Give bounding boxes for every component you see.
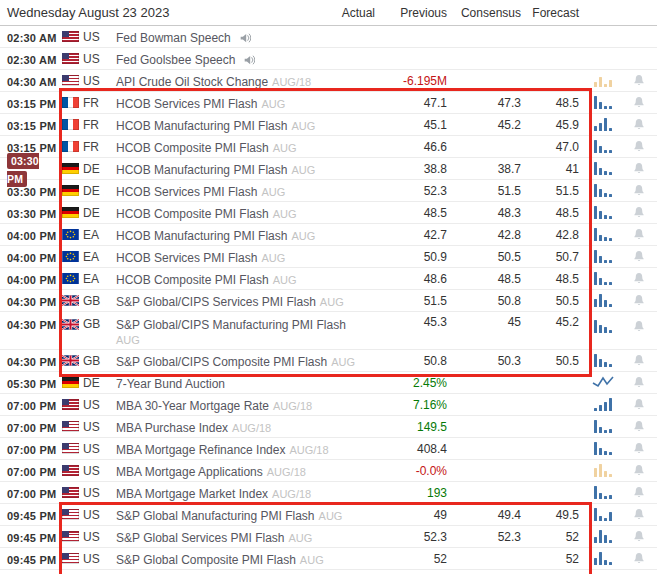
country-cell[interactable]: US: [62, 508, 116, 522]
event-link[interactable]: HCOB Composite PMI FlashAUG: [116, 207, 297, 221]
mini-chart-icon[interactable]: [585, 224, 621, 245]
previous-value[interactable]: 38.8: [381, 162, 453, 176]
mini-chart-icon[interactable]: [585, 548, 621, 569]
bell-icon[interactable]: [621, 74, 657, 87]
event-link[interactable]: MBA Mortgage ApplicationsAUG/18: [116, 465, 306, 479]
bell-icon[interactable]: [621, 508, 657, 521]
event-link[interactable]: 7-Year Bund Auction: [116, 377, 229, 391]
mini-chart-icon[interactable]: [585, 70, 621, 91]
mini-chart-icon[interactable]: [585, 416, 621, 437]
previous-value[interactable]: 51.5: [381, 294, 453, 308]
event-link[interactable]: HCOB Services PMI FlashAUG: [116, 97, 285, 111]
bell-icon[interactable]: [621, 162, 657, 175]
bell-icon[interactable]: [621, 206, 657, 219]
bell-icon[interactable]: [621, 464, 657, 477]
previous-value[interactable]: 50.9: [381, 250, 453, 264]
event-link[interactable]: HCOB Manufacturing PMI FlashAUG: [116, 119, 315, 133]
event-link[interactable]: Fed Bowman Speech: [116, 31, 251, 45]
previous-value[interactable]: -6.195M: [381, 74, 453, 88]
previous-value[interactable]: 49: [381, 508, 453, 522]
previous-value[interactable]: 193: [381, 486, 453, 500]
event-link[interactable]: MBA Mortgage Refinance IndexAUG/18: [116, 443, 329, 457]
country-cell[interactable]: US: [62, 442, 116, 456]
country-cell[interactable]: GB: [62, 354, 116, 368]
previous-value[interactable]: 2.45%: [381, 376, 453, 390]
event-link[interactable]: S&P Global/CIPS Composite PMI FlashAUG: [116, 355, 355, 369]
mini-chart-icon[interactable]: [585, 315, 621, 349]
event-link[interactable]: S&P Global Services PMI FlashAUG: [116, 531, 312, 545]
country-cell[interactable]: US: [62, 530, 116, 544]
bell-icon[interactable]: [621, 398, 657, 411]
bell-icon[interactable]: [621, 184, 657, 197]
bell-icon[interactable]: [621, 486, 657, 499]
event-link[interactable]: HCOB Composite PMI FlashAUG: [116, 273, 297, 287]
event-link[interactable]: API Crude Oil Stock ChangeAUG/18: [116, 75, 311, 89]
event-link[interactable]: S&P Global/CIPS Manufacturing PMI FlashA…: [116, 318, 346, 348]
mini-chart-icon[interactable]: [585, 268, 621, 289]
previous-value[interactable]: 52: [381, 552, 453, 566]
mini-chart-icon[interactable]: [585, 180, 621, 201]
event-link[interactable]: HCOB Composite PMI FlashAUG: [116, 141, 297, 155]
country-cell[interactable]: US: [62, 52, 116, 66]
mini-chart-icon[interactable]: [585, 350, 621, 371]
mini-chart-icon[interactable]: [585, 136, 621, 157]
country-cell[interactable]: DE: [62, 162, 116, 176]
event-link[interactable]: Fed Goolsbee Speech: [116, 53, 255, 67]
previous-value[interactable]: 48.6: [381, 272, 453, 286]
bell-icon[interactable]: [621, 354, 657, 367]
bell-icon[interactable]: [621, 376, 657, 389]
event-link[interactable]: MBA 30-Year Mortgage RateAUG/18: [116, 399, 312, 413]
country-cell[interactable]: US: [62, 74, 116, 88]
mini-chart-icon[interactable]: [585, 438, 621, 459]
event-link[interactable]: HCOB Services PMI FlashAUG: [116, 251, 285, 265]
previous-value[interactable]: 45.3: [381, 315, 453, 329]
previous-value[interactable]: 149.5: [381, 420, 453, 434]
country-cell[interactable]: US: [62, 486, 116, 500]
previous-value[interactable]: 52.3: [381, 530, 453, 544]
bell-icon[interactable]: [621, 272, 657, 285]
country-cell[interactable]: US: [62, 30, 116, 44]
event-link[interactable]: MBA Purchase IndexAUG/18: [116, 421, 271, 435]
event-link[interactable]: HCOB Services PMI FlashAUG: [116, 185, 285, 199]
mini-chart-icon[interactable]: [585, 246, 621, 267]
bell-icon[interactable]: [621, 315, 657, 333]
previous-value[interactable]: 7.16%: [381, 398, 453, 412]
country-cell[interactable]: FR: [62, 118, 116, 132]
mini-chart-icon[interactable]: [585, 394, 621, 415]
line-chart-icon[interactable]: [585, 372, 621, 393]
mini-chart-icon[interactable]: [585, 526, 621, 547]
country-cell[interactable]: US: [62, 398, 116, 412]
country-cell[interactable]: EA: [62, 228, 116, 242]
country-cell[interactable]: GB: [62, 315, 116, 331]
country-cell[interactable]: DE: [62, 206, 116, 220]
previous-value[interactable]: 42.7: [381, 228, 453, 242]
previous-value[interactable]: 47.1: [381, 96, 453, 110]
country-cell[interactable]: GB: [62, 294, 116, 308]
column-header-forecast[interactable]: Forecast: [527, 6, 585, 20]
column-header-consensus[interactable]: Consensus: [453, 6, 527, 20]
bell-icon[interactable]: [621, 228, 657, 241]
previous-value[interactable]: -0.0%: [381, 464, 453, 478]
country-cell[interactable]: US: [62, 420, 116, 434]
mini-chart-icon[interactable]: [585, 290, 621, 311]
mini-chart-icon[interactable]: [585, 504, 621, 525]
country-cell[interactable]: FR: [62, 96, 116, 110]
previous-value[interactable]: 50.8: [381, 354, 453, 368]
mini-chart-icon[interactable]: [585, 482, 621, 503]
bell-icon[interactable]: [621, 140, 657, 153]
previous-value[interactable]: 408.4: [381, 442, 453, 456]
column-header-actual[interactable]: Actual: [323, 6, 381, 20]
bell-icon[interactable]: [621, 118, 657, 131]
country-cell[interactable]: FR: [62, 140, 116, 154]
previous-value[interactable]: 45.1: [381, 118, 453, 132]
previous-value[interactable]: 46.6: [381, 140, 453, 154]
bell-icon[interactable]: [621, 96, 657, 109]
bell-icon[interactable]: [621, 250, 657, 263]
event-link[interactable]: S&P Global Manufacturing PMI FlashAUG: [116, 509, 342, 523]
event-link[interactable]: S&P Global Composite PMI FlashAUG: [116, 553, 324, 567]
previous-value[interactable]: 52.3: [381, 184, 453, 198]
event-link[interactable]: HCOB Manufacturing PMI FlashAUG: [116, 163, 315, 177]
country-cell[interactable]: US: [62, 464, 116, 478]
mini-chart-icon[interactable]: [585, 158, 621, 179]
column-header-previous[interactable]: Previous: [381, 6, 453, 20]
